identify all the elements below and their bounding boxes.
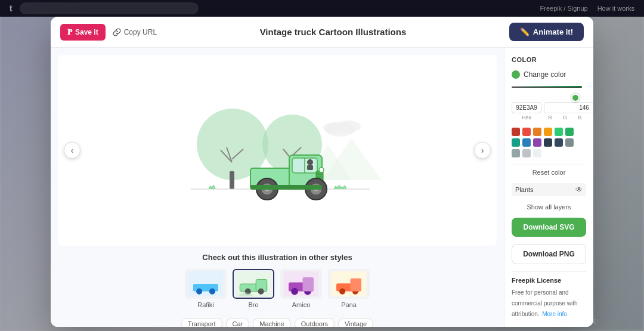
license-title: Freepik License — [512, 277, 586, 284]
color-section-title: COLOR — [512, 56, 586, 63]
license-link[interactable]: More info — [542, 311, 567, 317]
main-area: ‹ — [51, 48, 504, 327]
styles-section: Check out this illustration in other sty… — [51, 253, 504, 318]
style-item-amico[interactable]: Amico — [280, 269, 322, 308]
animate-button[interactable]: Animate it! — [509, 23, 584, 41]
swatch-teal[interactable] — [512, 138, 520, 147]
svg-point-42 — [196, 289, 202, 295]
copy-url-label: Copy URL — [124, 28, 157, 36]
style-thumb-pana — [328, 269, 370, 299]
layer-name: Plants — [515, 186, 534, 193]
illustration-container: ‹ — [58, 55, 497, 246]
tag-machine[interactable]: Machine — [253, 318, 291, 327]
truck-svg — [173, 85, 382, 216]
style-label-bro: Bro — [248, 301, 258, 308]
styles-grid: Rafiki — [60, 269, 494, 308]
style-thumb-amico — [280, 269, 322, 299]
swatch-green2[interactable] — [565, 128, 574, 136]
swatch-green[interactable] — [555, 128, 563, 136]
modal-body: ‹ — [51, 48, 593, 327]
color-dot — [512, 70, 520, 79]
modal-header: Save it Copy URL Vintage truck Cartoon I… — [51, 17, 593, 48]
truck-illustration — [173, 85, 382, 216]
svg-rect-59 — [351, 279, 361, 292]
style-item-pana[interactable]: Pana — [328, 269, 370, 308]
g-label: G — [559, 115, 571, 120]
svg-rect-54 — [303, 277, 314, 292]
prev-arrow[interactable]: ‹ — [64, 142, 80, 159]
download-png-button[interactable]: Download PNG — [512, 244, 586, 264]
change-color-label: Change color — [524, 70, 566, 79]
hex-rgb-row — [512, 102, 586, 113]
swatch-gray2[interactable] — [512, 149, 520, 157]
right-panel: COLOR Change color — [504, 48, 593, 327]
svg-point-39 — [323, 122, 345, 133]
swatch-yellow[interactable] — [544, 128, 552, 136]
style-item-rafiki[interactable]: Rafiki — [185, 269, 227, 308]
modal-overlay: Save it Copy URL Vintage truck Cartoon I… — [0, 0, 644, 331]
swatch-orange[interactable] — [533, 128, 541, 136]
svg-rect-5 — [230, 171, 234, 189]
swatch-white[interactable] — [533, 149, 541, 157]
modal-title: Vintage truck Cartoon Illustrations — [164, 27, 502, 37]
style-thumb-bro — [233, 269, 274, 299]
style-label-amico: Amico — [292, 301, 311, 308]
svg-rect-36 — [250, 185, 322, 190]
svg-point-52 — [291, 288, 298, 295]
save-button[interactable]: Save it — [60, 24, 106, 41]
field-labels: Hex R G B — [512, 115, 586, 120]
tag-vintage[interactable]: Vintage — [338, 318, 373, 327]
swatch-dark2[interactable] — [555, 138, 563, 147]
style-item-bro[interactable]: Bro — [233, 269, 274, 308]
tag-car[interactable]: Car — [226, 318, 250, 327]
swatch-dark[interactable] — [544, 138, 552, 147]
hex-label: Hex — [512, 115, 541, 120]
color-gradient-dark — [512, 86, 582, 88]
hue-cursor — [571, 94, 580, 102]
eye-icon[interactable]: 👁 — [575, 185, 583, 194]
swatch-red[interactable] — [512, 128, 520, 136]
swatch-gray[interactable] — [565, 138, 574, 147]
tag-transport[interactable]: Transport — [181, 318, 222, 327]
next-arrow[interactable]: › — [474, 142, 491, 159]
r-label: R — [544, 115, 556, 120]
svg-point-57 — [339, 289, 345, 295]
reset-color-button[interactable]: Reset color — [512, 165, 586, 176]
r-field[interactable] — [544, 102, 593, 113]
swatch-lightgray[interactable] — [522, 149, 531, 157]
modal: Save it Copy URL Vintage truck Cartoon I… — [51, 17, 593, 327]
svg-rect-24 — [307, 165, 313, 170]
tags-row: Transport Car Machine Outdoors Vintage — [51, 318, 504, 327]
layer-row: Plants 👁 — [512, 183, 586, 196]
change-color-button[interactable]: Change color — [512, 70, 586, 79]
hex-field[interactable] — [512, 102, 541, 113]
swatch-purple[interactable] — [533, 138, 541, 147]
license-section: Freepik License Free for personal and co… — [512, 271, 586, 318]
svg-point-43 — [209, 289, 215, 295]
b-label: B — [574, 115, 586, 120]
link-icon — [113, 28, 121, 36]
tag-outdoors[interactable]: Outdoors — [295, 318, 335, 327]
swatch-red2[interactable] — [522, 128, 531, 136]
style-label-pana: Pana — [341, 301, 357, 308]
style-label-rafiki: Rafiki — [197, 301, 214, 308]
svg-point-48 — [258, 289, 264, 295]
show-all-layers[interactable]: Show all layers — [512, 203, 586, 211]
color-picker-area[interactable] — [512, 86, 582, 88]
style-thumb-rafiki — [185, 269, 227, 299]
svg-point-23 — [307, 159, 313, 165]
svg-point-29 — [319, 168, 324, 172]
copy-url-button[interactable]: Copy URL — [113, 28, 157, 36]
color-swatches — [512, 128, 582, 157]
download-svg-button[interactable]: Download SVG — [512, 218, 586, 237]
swatch-blue[interactable] — [522, 138, 531, 147]
styles-title: Check out this illustration in other sty… — [60, 253, 494, 262]
